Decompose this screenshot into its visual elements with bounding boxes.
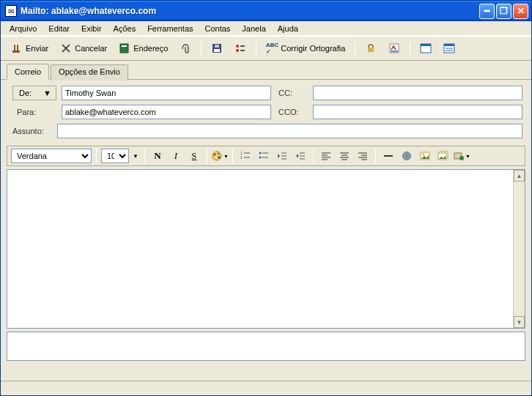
background-button[interactable] [435,149,451,163]
app-icon: ✉ [5,5,17,17]
svg-rect-8 [214,49,220,52]
cc-field[interactable] [313,86,522,100]
palette-icon [211,150,223,162]
subject-field[interactable] [57,124,522,138]
svg-rect-17 [421,44,431,46]
send-button[interactable]: Enviar [7,40,53,57]
close-button[interactable]: ✕ [513,4,528,19]
lock-icon [365,42,377,54]
horizontal-rule-icon [383,150,394,162]
picture-stack-icon [437,150,449,162]
link-button[interactable] [399,149,415,163]
from-dropdown[interactable]: De: ▼ [12,86,56,100]
separator [201,41,202,56]
menu-contas[interactable]: Contas [199,23,237,34]
attach-button[interactable] [175,40,196,57]
address-book-icon [119,42,130,54]
outdent-icon [276,150,288,162]
svg-point-24 [217,153,219,155]
bcc-label: CCO: [276,108,309,116]
separator [232,149,233,163]
attachment-area[interactable] [7,332,525,361]
properties-button[interactable] [230,40,251,57]
menu-ferramentas[interactable]: Ferramentas [141,23,199,34]
minimize-button[interactable]: ━ [479,4,495,19]
object-icon [453,150,465,162]
align-left-icon [320,150,332,162]
scroll-down-button[interactable]: ▼ [514,316,525,328]
sign-button[interactable] [384,40,404,57]
align-center-button[interactable] [336,149,352,163]
vertical-scrollbar[interactable]: ▲ ▼ [513,170,525,328]
to-field[interactable] [62,105,271,119]
title-bar: ✉ Mailto: ablake@whateverco.com ━ ❐ ✕ [1,1,531,21]
menu-janela[interactable]: Janela [236,23,271,34]
font-select[interactable]: Verdana [11,149,92,163]
chevron-down-icon[interactable]: ▼ [131,153,140,160]
menu-acoes[interactable]: Ações [108,23,142,34]
italic-button[interactable]: I [168,149,184,163]
svg-rect-12 [240,45,245,47]
to-label: Para: [10,108,57,116]
image-button[interactable] [417,149,433,163]
chevron-down-icon: ▼ [223,154,229,159]
cancel-button[interactable]: Cancelar [56,40,111,57]
bcc-field[interactable] [313,105,522,119]
font-size-select[interactable]: 10 [101,149,129,163]
svg-point-10 [236,45,239,48]
svg-rect-1 [14,45,15,51]
svg-point-30 [259,152,261,154]
plain-view-icon [443,42,455,54]
plain-view-button[interactable] [439,40,459,57]
spellcheck-label: Corrigir Ortografia [281,44,345,53]
subject-label: Assunto: [10,127,53,135]
svg-rect-0 [12,51,20,53]
menu-editar[interactable]: Editar [43,23,75,34]
outdent-button[interactable] [274,149,290,163]
format-toolbar: Verdana 10 ▼ N I S ▼ 12 ▼ [7,146,525,166]
hr-button[interactable] [380,149,396,163]
svg-marker-34 [278,154,280,158]
svg-rect-5 [120,44,128,53]
tab-opcoes-envio[interactable]: Opções de Envio [51,64,128,81]
menu-ajuda[interactable]: Ajuda [272,23,304,34]
tab-correio[interactable]: Correio [7,64,49,80]
paperclip-icon [180,42,191,54]
bold-button[interactable]: N [149,149,166,163]
numbered-list-icon: 12 [240,150,251,162]
svg-point-23 [213,154,215,156]
address-button[interactable]: Endereço [114,40,172,57]
bullet-list-button[interactable] [256,149,272,163]
indent-button[interactable] [292,149,309,163]
svg-rect-9 [215,45,219,48]
window-controls: ━ ❐ ✕ [479,4,528,19]
font-color-button[interactable]: ▼ [212,149,228,163]
separator [355,41,355,56]
save-button[interactable] [207,40,227,57]
chevron-down-icon: ▼ [465,154,470,159]
menu-exibir[interactable]: Exibir [75,23,108,34]
align-right-icon [357,150,369,162]
menu-arquivo[interactable]: Arquivo [4,23,43,34]
separator [410,41,410,56]
main-toolbar: Enviar Cancelar Endereço ABC✓ Corrigir O… [1,36,531,61]
underline-button[interactable]: S [186,149,202,163]
svg-point-63 [459,156,464,160]
scroll-up-button[interactable]: ▲ [514,170,525,182]
align-left-button[interactable] [318,149,334,163]
security-button[interactable] [361,40,381,57]
svg-point-22 [213,152,221,160]
spellcheck-button[interactable]: ABC✓ Corrigir Ortografia [262,40,350,57]
svg-text:2: 2 [240,155,243,160]
symbol-button[interactable]: ▼ [454,149,470,163]
menu-bar: Arquivo Editar Exibir Ações Ferramentas … [1,21,531,36]
message-body[interactable]: ▲ ▼ [7,169,525,329]
numbered-list-button[interactable]: 12 [237,149,254,163]
separator [207,149,207,163]
align-center-icon [339,150,350,162]
picture-icon [419,150,431,162]
from-field[interactable] [62,86,271,100]
align-right-button[interactable] [355,149,371,163]
html-view-button[interactable] [415,40,436,57]
maximize-button[interactable]: ❐ [496,4,511,19]
